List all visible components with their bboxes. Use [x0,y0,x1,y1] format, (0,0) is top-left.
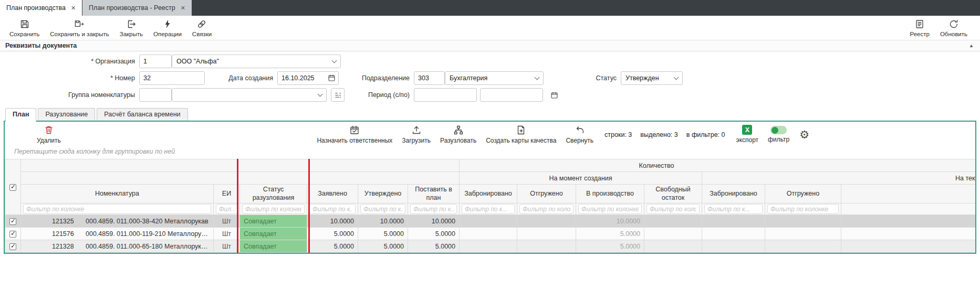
filter-input-to_plan[interactable] [410,204,457,214]
select-all-checkbox[interactable] [5,159,21,215]
column-header-free_rest_created[interactable]: Свободный остаток [644,185,702,203]
column-header-shipped_created[interactable]: Отгружено [517,185,576,203]
grid-table-wrapper: КоличествоНа момент созданияНа текущий м… [5,159,975,253]
operations-lightning-icon [162,19,173,29]
department-select[interactable]: Бухгалтерия [445,71,544,85]
band-at-current-label: На текущий момент [955,175,975,182]
filter-input-in_production_created[interactable] [578,204,642,214]
window-tab-registry[interactable]: План производства - Реестр ✕ [82,0,192,16]
period-calendar-button[interactable] [547,88,561,102]
nomenclature-code: 121576 [52,230,79,238]
close-tab-icon[interactable]: ✕ [181,5,185,12]
document-form: * Организация ООО "Альфа" * Номер Дата с… [0,51,980,106]
row-select-cell[interactable] [5,240,21,253]
save-and-close-button[interactable]: Сохранить и закрыть [45,18,114,38]
chevron-down-icon [674,74,679,80]
organization-select[interactable]: ООО "Альфа" [172,55,341,68]
created-date-label: Дата создания [205,74,277,82]
tab-time-balance[interactable]: Расчёт баланса времени [97,108,187,121]
department-code-field[interactable] [414,71,445,85]
table-row[interactable]: 121328000.4859. 011.000-65-180 Металлору… [5,240,976,253]
assign-responsible-button[interactable]: Назначить ответственных [312,124,397,145]
header-spacer [21,172,460,185]
document-plus-icon [516,125,526,135]
filter-input-reserved_created[interactable] [462,204,515,214]
column-header-to_plan[interactable]: Поставить в план [408,185,460,203]
window-tab-plan[interactable]: План производства ✕ [0,0,82,16]
filter-input-reserved_current[interactable] [704,204,763,214]
cell-shipped_created [517,215,576,228]
column-header-nomenclature[interactable]: Номенклатура [21,185,214,203]
tree-select-icon [334,91,342,99]
tab-explosion[interactable]: Разузлование [38,108,95,121]
filter-toggle[interactable] [770,126,787,134]
filter-input-status[interactable] [242,204,305,214]
registry-button[interactable]: Реестр [905,18,935,38]
row-checkbox[interactable] [9,243,16,250]
filter-cell-shipped_current [765,203,841,215]
filter-input-nomenclature[interactable] [23,204,211,214]
period-to-field[interactable] [480,88,543,102]
column-header-status[interactable]: Статус разузлования [240,185,307,203]
cell-reserved_created [460,215,517,228]
status-value: Утвержден [625,74,659,82]
column-header-reserved_created[interactable]: Забронировано [460,185,517,203]
column-header-approved[interactable]: Утверждено [358,185,408,203]
create-quality-cards-button[interactable]: Создать карты качества [481,124,561,145]
number-label: * Номер [0,74,139,82]
window-tab-bar: План производства ✕ План производства - … [0,0,980,16]
page-tab-bar: План Разузлование Расчёт баланса времени [0,106,980,121]
status-badge: Совпадает [240,215,307,228]
cell-shipped_created [517,240,576,253]
row-checkbox[interactable] [9,218,16,225]
collapse-rows-button[interactable]: Свернуть [561,124,598,145]
close-tab-icon[interactable]: ✕ [71,5,76,12]
column-header-reserved_current[interactable]: Забронировано [702,185,765,203]
close-button[interactable]: Закрыть [114,18,148,38]
delete-button[interactable]: Удалить [32,124,66,145]
filter-input-unit[interactable] [216,204,237,214]
period-from-field[interactable] [414,88,477,102]
cell-unit: Шт [214,240,240,253]
created-date-field[interactable] [277,71,339,85]
refresh-button[interactable]: Обновить [935,18,973,38]
export-excel-button[interactable]: X экспорт [732,124,764,144]
column-header-shipped_current[interactable]: Отгружено [765,185,841,203]
refresh-icon [948,19,959,29]
number-field[interactable] [139,71,205,85]
column-header-unit[interactable]: ЕИ [214,185,240,203]
filter-input-approved[interactable] [360,204,405,214]
save-and-close-icon [74,19,85,29]
nomenclature-tree-button[interactable] [331,88,345,102]
row-select-cell[interactable] [5,215,21,228]
column-header-declared[interactable]: Заявлено [307,185,358,203]
table-row[interactable]: 121576000.4859. 011.000-119-210 Металлор… [5,228,976,240]
row-select-cell[interactable] [5,228,21,240]
organization-code-field[interactable] [139,55,172,68]
filter-input-shipped_created[interactable] [519,204,574,214]
operations-button[interactable]: Операции [148,18,187,38]
tab-plan[interactable]: План [5,108,36,122]
column-header-in_production_created[interactable]: В производство [576,185,644,203]
nomenclature-group-select[interactable] [172,88,327,102]
calendar-icon[interactable] [328,74,336,82]
cell-reserved_created [460,228,517,240]
row-checkbox[interactable] [9,231,16,238]
plan-panel: Удалить Назначить ответственных Загрузит… [4,121,976,254]
selected-count: выделено: 3 [640,131,677,138]
status-select[interactable]: Утвержден [621,71,683,85]
save-button[interactable]: Сохранить [4,18,45,38]
upload-button[interactable]: Загрузить [397,124,435,145]
cell-reserved_current [702,215,765,228]
filter-input-free_rest_created[interactable] [647,204,700,214]
links-button[interactable]: Связки [187,18,217,38]
filter-input-shipped_current[interactable] [767,204,839,214]
table-row[interactable]: 121325000.4859. 011.000-38-420 Металлору… [5,215,976,228]
nomenclature-group-code-field[interactable] [139,88,172,102]
cell-declared: 10.0000 [307,215,358,228]
settings-gear-icon[interactable]: ⚙ [794,129,815,140]
filter-toggle-button[interactable]: фильтр [763,124,794,144]
filter-input-declared[interactable] [309,204,356,214]
explode-button[interactable]: Разузловать [435,124,481,145]
collapse-section-icon[interactable]: ▲ [969,43,974,48]
